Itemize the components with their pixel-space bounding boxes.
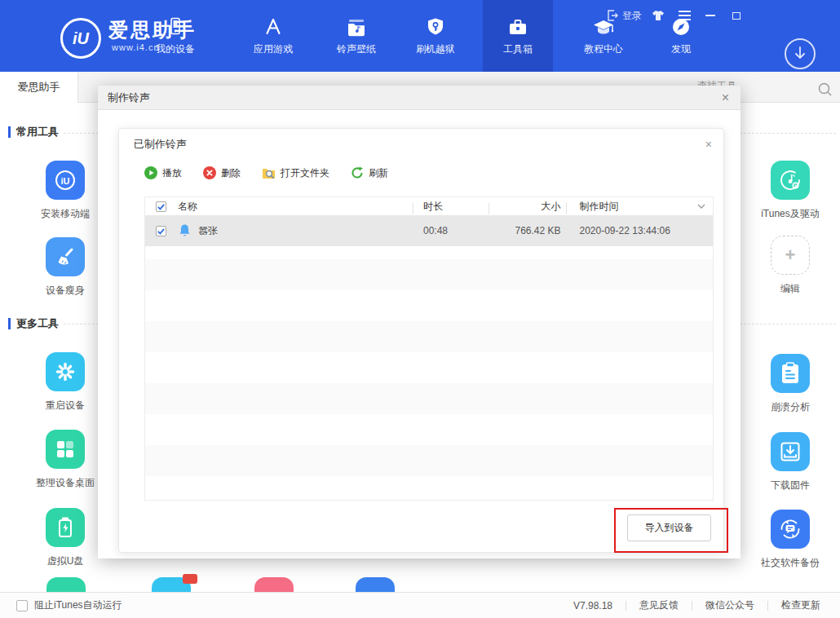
menu-button[interactable] (674, 8, 694, 23)
inner-dialog-title: 已制作铃声 (134, 137, 187, 152)
column-header-created[interactable]: 制作时间 (566, 200, 690, 214)
table-header-row: 名称 时长 大小 制作时间 (145, 197, 713, 215)
nav-label: 发现 (671, 42, 691, 56)
tool-label: 编辑 (780, 282, 800, 296)
organize-grid-icon (46, 430, 85, 469)
tab-aisi-assistant[interactable]: 爱思助手 (0, 72, 78, 103)
play-label: 播放 (162, 166, 182, 180)
nav-label: 刷机越狱 (416, 42, 455, 56)
table-row[interactable]: 嚣张 00:48 766.42 KB 2020-09-22 13:44:06 (145, 215, 713, 246)
tool-device-slim[interactable]: 设备瘦身 (26, 237, 104, 298)
tab-label: 爱思助手 (18, 80, 60, 95)
delete-button[interactable]: 删除 (203, 166, 241, 180)
maximize-button[interactable] (727, 8, 746, 23)
ringtone-size: 766.42 KB (489, 225, 566, 236)
dialog-close-icon[interactable]: × (720, 91, 731, 104)
nav-ringtone-wallpaper[interactable]: 铃声壁纸 (321, 0, 391, 72)
social-backup-icon (771, 510, 810, 549)
toolbox-icon (508, 15, 528, 37)
app-window: iU 爱思助手 www.i4.cn 我的设备 应用游戏 铃声壁纸 (0, 0, 840, 618)
nav-label: 教程中心 (584, 42, 623, 56)
refresh-button[interactable]: 刷新 (351, 166, 388, 180)
ringtone-created: 2020-09-22 13:44:06 (566, 225, 690, 236)
tool-download-firmware[interactable]: 下载固件 (751, 432, 829, 492)
nav-flash-jailbreak[interactable]: 刷机越狱 (400, 0, 471, 72)
version-label: V7.98.18 (560, 600, 626, 611)
minimize-button[interactable] (701, 8, 720, 23)
column-header-name[interactable]: 名称 (178, 200, 413, 214)
make-ringtone-dialog: 制作铃声 × 已制作铃声 × 播放 删除 打开文件夹 (98, 86, 741, 558)
checkbox-icon[interactable] (16, 600, 28, 611)
dialog-titlebar: 制作铃声 × (98, 86, 741, 110)
select-all-checkbox[interactable] (145, 201, 178, 212)
tool-edit-add[interactable]: + 编辑 (751, 236, 829, 296)
inner-dialog-close-icon[interactable]: × (705, 138, 712, 151)
tool-label: 下载固件 (771, 479, 810, 492)
play-button[interactable]: 播放 (144, 166, 182, 180)
check-update-link[interactable]: 检查更新 (768, 598, 833, 612)
open-folder-label: 打开文件夹 (281, 166, 329, 180)
crash-analysis-clipboard-icon (771, 354, 810, 393)
bell-icon (178, 223, 192, 238)
login-icon (607, 10, 618, 21)
app-header: iU 爱思助手 www.i4.cn 我的设备 应用游戏 铃声壁纸 (0, 0, 840, 72)
ringtone-name: 嚣张 (198, 224, 218, 238)
download-arrow-icon (794, 46, 807, 61)
tool-label: 虚拟U盘 (47, 554, 84, 568)
nav-label: 应用游戏 (254, 42, 293, 56)
column-header-duration[interactable]: 时长 (413, 200, 489, 214)
ringtone-toolbar: 播放 删除 打开文件夹 刷新 (119, 160, 723, 186)
tool-restart-device[interactable]: 重启设备 (26, 352, 104, 413)
annotation-highlight-box (614, 508, 728, 553)
ringtone-icon (347, 15, 366, 37)
theme-skin-button[interactable] (648, 8, 668, 23)
nav-label: 工具箱 (503, 42, 533, 56)
nav-my-device[interactable]: 我的设备 (140, 0, 210, 72)
nav-label: 铃声壁纸 (337, 42, 376, 56)
tool-install-mobile[interactable]: iU 安装移动端 (26, 161, 104, 221)
device-icon (166, 15, 184, 37)
nav-apps-games[interactable]: 应用游戏 (238, 0, 308, 72)
virtual-usb-battery-icon (46, 508, 85, 547)
login-label: 登录 (622, 9, 642, 23)
ringtone-table: 名称 时长 大小 制作时间 嚣张 (144, 196, 714, 501)
tool-crash-analysis[interactable]: 崩溃分析 (751, 354, 829, 414)
download-center-button[interactable] (785, 38, 816, 69)
nav-toolbox[interactable]: 工具箱 (483, 0, 553, 72)
row-checkbox[interactable] (145, 226, 178, 236)
add-plus-icon: + (771, 236, 810, 275)
tool-organize-desktop[interactable]: 整理设备桌面 (26, 430, 104, 490)
sort-chevron-icon[interactable] (689, 204, 713, 209)
tool-label: iTunes及驱动 (761, 207, 820, 221)
refresh-icon (351, 166, 364, 179)
logo-icon: iU (60, 18, 101, 59)
close-window-button[interactable]: ▕ (835, 8, 840, 23)
section-title-more-tools: 更多工具 (8, 316, 59, 331)
tool-itunes-driver[interactable]: iTunes及驱动 (751, 161, 829, 221)
tool-virtual-usb[interactable]: 虚拟U盘 (26, 508, 104, 568)
checkbox-checked-icon (156, 201, 166, 212)
tool-label: 崩溃分析 (771, 400, 810, 414)
block-itunes-checkbox[interactable]: 阻止iTunes自动运行 (16, 598, 122, 612)
login-button[interactable]: 登录 (607, 9, 642, 23)
tool-label: 安装移动端 (41, 207, 90, 221)
download-firmware-icon (771, 432, 810, 471)
jailbreak-shield-icon (427, 15, 444, 37)
wechat-link[interactable]: 微信公众号 (692, 598, 767, 612)
delete-label: 删除 (221, 166, 241, 180)
tool-label: 整理设备桌面 (36, 476, 95, 490)
column-header-size[interactable]: 大小 (489, 200, 566, 214)
block-itunes-label: 阻止iTunes自动运行 (34, 598, 122, 612)
tool-label: 重启设备 (46, 399, 85, 413)
inner-dialog-titlebar: 已制作铃声 × (119, 129, 723, 160)
made-ringtones-dialog: 已制作铃声 × 播放 删除 打开文件夹 刷新 (118, 128, 724, 553)
feedback-link[interactable]: 意见反馈 (626, 598, 692, 612)
nav-label: 我的设备 (156, 42, 195, 56)
tool-social-backup[interactable]: 社交软件备份 (751, 510, 829, 570)
open-folder-button[interactable]: 打开文件夹 (262, 166, 329, 180)
tool-label: 设备瘦身 (46, 284, 85, 298)
device-slim-broom-icon (46, 237, 85, 276)
itunes-driver-icon (771, 161, 810, 200)
menu-list-icon (679, 11, 691, 20)
search-icon[interactable] (818, 82, 832, 99)
